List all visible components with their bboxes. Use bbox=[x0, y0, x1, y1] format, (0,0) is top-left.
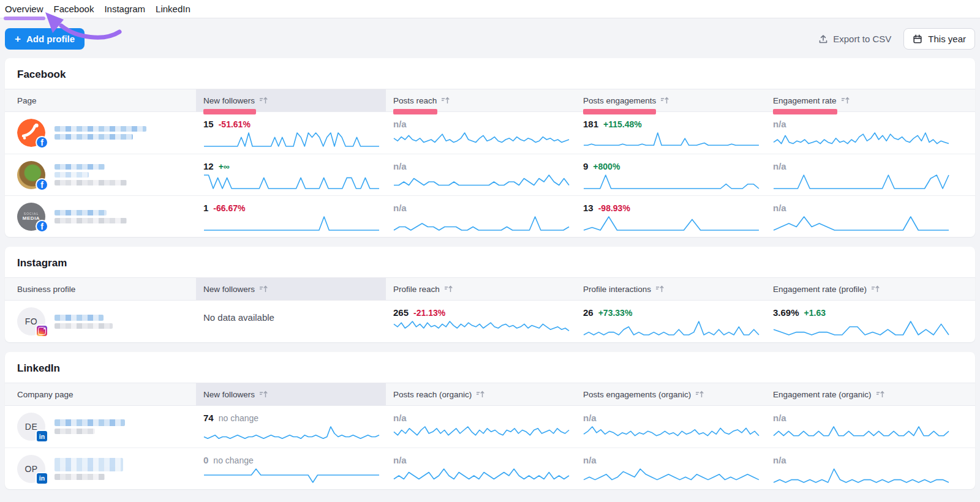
column-header-posts-engagements-organic[interactable]: Posts engagements (organic) bbox=[576, 383, 766, 405]
metric-value: 9 bbox=[583, 161, 588, 171]
metric-value: 26 bbox=[583, 307, 594, 318]
facebook-table-header: Page New followers Posts reach Posts eng… bbox=[5, 89, 975, 112]
column-header-posts-engagements[interactable]: Posts engagements bbox=[576, 89, 766, 111]
sparkline bbox=[203, 173, 380, 189]
metric-delta: no change bbox=[213, 455, 253, 465]
metric-cell: 1-66.67% bbox=[196, 196, 386, 237]
metric-cell: n/a bbox=[576, 448, 766, 489]
profile-cell[interactable]: SOCIAL MEDIA bbox=[5, 196, 196, 237]
column-header-engagement-rate[interactable]: Engagement rate bbox=[766, 89, 975, 111]
profile-cell[interactable]: FO bbox=[5, 301, 196, 342]
blurred-page-name bbox=[55, 210, 127, 223]
column-header-new-followers[interactable]: New followers bbox=[196, 383, 386, 405]
sparkline bbox=[773, 425, 949, 441]
sparkline bbox=[203, 425, 380, 441]
metric-value: n/a bbox=[583, 413, 597, 423]
column-header-engagement-rate-organic[interactable]: Engagement rate (organic) bbox=[766, 383, 975, 405]
sparkline bbox=[773, 131, 949, 147]
table-row: 12+∞ n/a 9+800% n/a bbox=[5, 154, 975, 195]
metric-value: 265 bbox=[393, 307, 409, 318]
column-header-posts-reach[interactable]: Posts reach bbox=[386, 89, 576, 111]
tab-linkedin[interactable]: LinkedIn bbox=[156, 0, 190, 18]
metric-cell: n/a bbox=[386, 406, 576, 448]
metric-cell: No data available bbox=[196, 301, 386, 342]
sparkline bbox=[583, 131, 760, 147]
metric-value: 12 bbox=[203, 161, 214, 171]
profile-cell[interactable]: DE bbox=[5, 406, 196, 448]
profile-cell[interactable] bbox=[5, 112, 196, 154]
metric-value: n/a bbox=[393, 203, 407, 213]
sort-icon bbox=[444, 285, 453, 293]
export-to-csv-button[interactable]: Export to CSV bbox=[818, 34, 891, 44]
sparkline bbox=[393, 320, 570, 335]
sort-icon bbox=[476, 390, 485, 399]
metric-value: 0 bbox=[203, 455, 208, 465]
column-header-profile-reach[interactable]: Profile reach bbox=[386, 278, 576, 300]
add-profile-button[interactable]: + Add profile bbox=[5, 28, 85, 50]
profile-cell[interactable] bbox=[5, 154, 196, 195]
linkedin-section: LinkedIn Company page New followers Post… bbox=[5, 352, 975, 489]
sparkline bbox=[773, 320, 949, 335]
metric-delta: -51.61% bbox=[219, 119, 251, 129]
column-header-page: Page bbox=[5, 89, 196, 111]
table-row: SOCIAL MEDIA 1-66.67% n/a 13-98.93% n/a bbox=[5, 195, 975, 237]
metric-cell: 3.69%+1.63 bbox=[766, 301, 975, 342]
metric-value: n/a bbox=[773, 119, 786, 129]
metric-delta: -21.13% bbox=[413, 308, 445, 318]
avatar: OP bbox=[17, 455, 45, 483]
sparkline bbox=[393, 425, 570, 441]
metric-cell: n/a bbox=[766, 448, 975, 489]
metric-value: n/a bbox=[773, 203, 786, 213]
export-icon bbox=[818, 34, 828, 44]
avatar: FO bbox=[17, 307, 45, 335]
profile-cell[interactable]: OP bbox=[5, 448, 196, 489]
sparkline bbox=[583, 173, 760, 189]
metric-value: n/a bbox=[393, 161, 407, 171]
section-title-instagram: Instagram bbox=[5, 247, 975, 277]
date-range-button[interactable]: This year bbox=[903, 28, 975, 50]
metric-delta: +115.48% bbox=[603, 119, 642, 129]
table-row: FO No data available 265-21.13% 26+73.33… bbox=[5, 301, 975, 342]
metric-delta: no change bbox=[219, 413, 258, 423]
tab-overview[interactable]: Overview bbox=[5, 0, 43, 18]
pink-highlight-bar bbox=[393, 109, 437, 114]
toolbar: + Add profile Export to CSV This year bbox=[0, 18, 980, 58]
metric-value: 181 bbox=[583, 119, 598, 129]
metric-cell: n/a bbox=[576, 406, 766, 448]
column-header-company-page: Company page bbox=[5, 383, 196, 405]
sort-icon bbox=[259, 96, 268, 105]
sparkline bbox=[773, 215, 949, 231]
column-header-new-followers[interactable]: New followers bbox=[196, 278, 386, 300]
metric-value: 74 bbox=[203, 413, 214, 423]
avatar: DE bbox=[17, 413, 45, 441]
metric-value: n/a bbox=[773, 455, 786, 465]
metric-delta: +800% bbox=[593, 162, 620, 171]
tab-instagram[interactable]: Instagram bbox=[104, 0, 145, 18]
metric-cell: n/a bbox=[386, 112, 576, 154]
sparkline bbox=[393, 131, 570, 147]
sparkline bbox=[583, 467, 760, 483]
facebook-badge-icon bbox=[36, 220, 48, 233]
section-title-linkedin: LinkedIn bbox=[5, 352, 975, 383]
metric-cell: 9+800% bbox=[576, 154, 766, 195]
metric-delta: -98.93% bbox=[598, 203, 630, 213]
metric-value: 15 bbox=[203, 119, 214, 129]
sparkline bbox=[203, 131, 380, 147]
tab-facebook[interactable]: Facebook bbox=[54, 0, 94, 18]
table-row: 15-51.61% n/a 181+115.48% n/a bbox=[5, 112, 975, 154]
column-header-engagement-rate-profile[interactable]: Engagement rate (profile) bbox=[766, 278, 975, 300]
sparkline bbox=[393, 215, 570, 231]
instagram-badge-icon bbox=[36, 324, 48, 337]
column-header-profile-interactions[interactable]: Profile interactions bbox=[576, 278, 766, 300]
metric-cell: n/a bbox=[766, 112, 975, 154]
sparkline bbox=[203, 215, 380, 231]
pink-highlight-bar bbox=[773, 109, 837, 114]
tab-bar: Overview Facebook Instagram LinkedIn bbox=[0, 0, 980, 18]
column-header-posts-reach-organic[interactable]: Posts reach (organic) bbox=[386, 383, 576, 405]
sparkline bbox=[773, 173, 949, 189]
metric-cell: 265-21.13% bbox=[386, 301, 576, 342]
column-header-new-followers[interactable]: New followers bbox=[196, 89, 386, 111]
blurred-page-name bbox=[55, 419, 125, 434]
sparkline bbox=[393, 467, 570, 483]
metric-value: n/a bbox=[393, 413, 407, 423]
